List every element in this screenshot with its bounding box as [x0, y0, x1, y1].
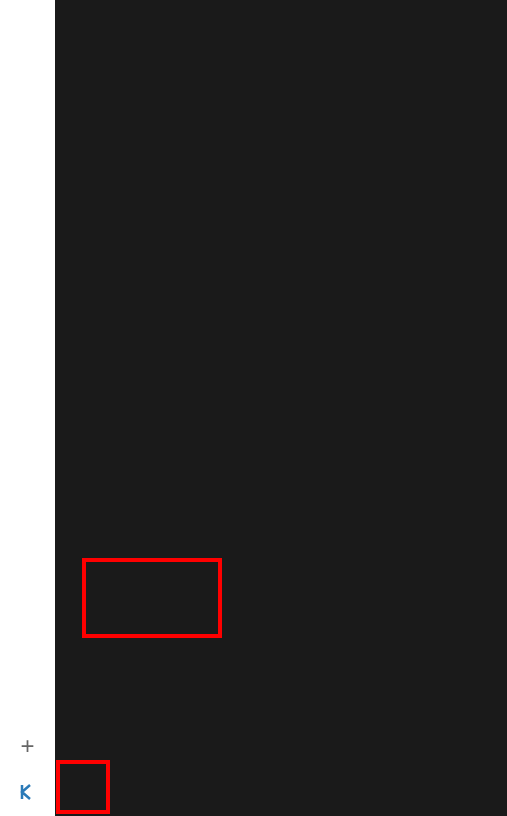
plus-icon[interactable]: + — [20, 732, 34, 760]
annotation-highlight-run — [82, 558, 222, 638]
annotation-highlight-start — [56, 760, 110, 814]
collapse-left-icon[interactable] — [16, 780, 40, 804]
left-panel: + — [0, 0, 55, 816]
